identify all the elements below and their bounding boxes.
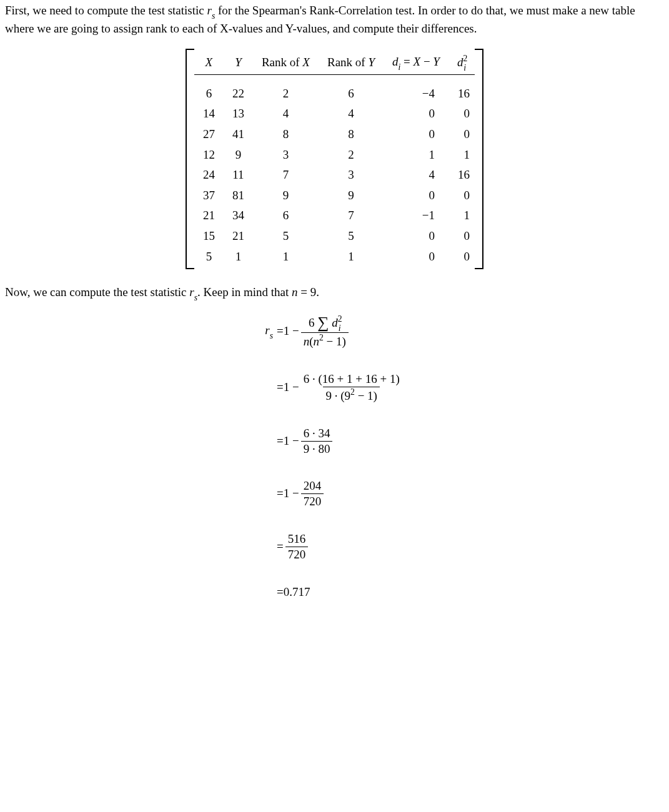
- col-rankY: Rank of Y: [319, 51, 384, 75]
- equation-grid: rs = 1 − 6 ∑ d2i n(n2 − 1) = 1 − 6 · (16…: [265, 314, 404, 601]
- col-Y: Y: [224, 51, 253, 75]
- table-cell: 0: [448, 226, 475, 247]
- table-cell: 14: [194, 104, 224, 124]
- mid-paragraph: Now, we can compute the test statistic r…: [5, 284, 664, 302]
- sigma-icon: ∑: [317, 315, 329, 331]
- table-cell: 21: [194, 205, 224, 226]
- rs-r: r: [207, 4, 211, 17]
- table-cell: 21: [224, 226, 253, 247]
- table-cell: 16: [448, 84, 475, 104]
- table-row: 241173416: [194, 165, 475, 186]
- table-cell: 7: [319, 205, 384, 226]
- eq-line5-rhs: = 516 720: [277, 532, 404, 562]
- table-cell: 0: [384, 124, 448, 145]
- table-row: 62226−416: [194, 84, 475, 104]
- table-cell: 1: [448, 205, 475, 226]
- table-cell: 3: [319, 165, 384, 186]
- mid-rs-s: s: [194, 293, 197, 302]
- eq-frac-4: 204 720: [301, 478, 324, 509]
- table-cell: 9: [253, 186, 319, 206]
- eq-line1-rhs: = 1 − 6 ∑ d2i n(n2 − 1): [277, 314, 404, 349]
- table-cell: 1: [224, 247, 253, 267]
- col-di2: d2i: [448, 51, 475, 75]
- table-cell: 8: [319, 124, 384, 145]
- rank-table: X Y Rank of X Rank of Y di = X − Y d2i 6…: [194, 51, 475, 267]
- table-row: 511100: [194, 247, 475, 267]
- col-X: X: [194, 51, 224, 75]
- eq-frac-2: 6 · (16 + 1 + 16 + 1) 9 · (92 − 1): [301, 372, 402, 404]
- eq-frac-3: 6 · 34 9 · 80: [301, 426, 333, 457]
- eq-line3-rhs: = 1 − 6 · 34 9 · 80: [277, 426, 404, 457]
- table-header-row: X Y Rank of X Rank of Y di = X − Y d2i: [194, 51, 475, 75]
- table-row: 14134400: [194, 104, 475, 124]
- rank-matrix: X Y Rank of X Rank of Y di = X − Y d2i 6…: [186, 49, 483, 270]
- table-cell: 0: [448, 186, 475, 206]
- rank-table-wrap: X Y Rank of X Rank of Y di = X − Y d2i 6…: [5, 49, 664, 270]
- table-cell: 37: [194, 186, 224, 206]
- col-di: di = X − Y: [384, 51, 448, 75]
- table-cell: 41: [224, 124, 253, 145]
- table-cell: 8: [253, 124, 319, 145]
- table-cell: 0: [384, 186, 448, 206]
- eq-line2-rhs: = 1 − 6 · (16 + 1 + 16 + 1) 9 · (92 − 1): [277, 372, 404, 404]
- table-cell: 9: [319, 186, 384, 206]
- eq-line1-lhs: rs: [265, 322, 277, 340]
- table-cell: 0: [448, 247, 475, 267]
- eq-frac-5: 516 720: [285, 532, 309, 562]
- mid-b: . Keep in mind that: [197, 285, 292, 299]
- table-cell: 3: [253, 145, 319, 166]
- eq-line4-rhs: = 1 − 204 720: [277, 478, 404, 509]
- eq-frac-1: 6 ∑ d2i n(n2 − 1): [301, 314, 349, 349]
- table-cell: 0: [384, 226, 448, 247]
- table-cell: 16: [448, 165, 475, 186]
- table-row: 37819900: [194, 186, 475, 206]
- col-rankX: Rank of X: [253, 51, 319, 75]
- table-cell: 6: [194, 84, 224, 104]
- table-cell: 0: [384, 104, 448, 124]
- table-cell: 4: [253, 104, 319, 124]
- table-cell: 15: [194, 226, 224, 247]
- table-cell: 34: [224, 205, 253, 226]
- table-cell: 4: [384, 165, 448, 186]
- table-cell: 2: [319, 145, 384, 166]
- table-cell: 1: [448, 145, 475, 166]
- table-cell: 0: [448, 104, 475, 124]
- table-cell: 1: [384, 145, 448, 166]
- eq-line6-rhs: = 0.717: [277, 584, 404, 601]
- mid-a: Now, we can compute the test statistic: [5, 285, 189, 299]
- table-cell: 11: [224, 165, 253, 186]
- table-cell: 12: [194, 145, 224, 166]
- table-cell: 5: [319, 226, 384, 247]
- table-cell: 0: [384, 247, 448, 267]
- table-cell: −4: [384, 84, 448, 104]
- table-cell: 6: [319, 84, 384, 104]
- table-cell: 81: [224, 186, 253, 206]
- table-cell: 7: [253, 165, 319, 186]
- table-cell: 9: [224, 145, 253, 166]
- table-cell: 5: [194, 247, 224, 267]
- table-cell: 2: [253, 84, 319, 104]
- rs-s: s: [212, 11, 215, 21]
- intro-paragraph: First, we need to compute the test stati…: [5, 2, 664, 37]
- table-cell: −1: [384, 205, 448, 226]
- table-cell: 27: [194, 124, 224, 145]
- table-row: 1293211: [194, 145, 475, 166]
- table-cell: 4: [319, 104, 384, 124]
- table-cell: 24: [194, 165, 224, 186]
- table-cell: 1: [319, 247, 384, 267]
- table-cell: 0: [448, 124, 475, 145]
- equation-block: rs = 1 − 6 ∑ d2i n(n2 − 1) = 1 − 6 · (16…: [5, 314, 664, 601]
- table-cell: 22: [224, 84, 253, 104]
- table-row: 15215500: [194, 226, 475, 247]
- table-row: 27418800: [194, 124, 475, 145]
- table-cell: 6: [253, 205, 319, 226]
- table-cell: 5: [253, 226, 319, 247]
- mid-eq: = 9.: [297, 285, 319, 299]
- table-cell: 1: [253, 247, 319, 267]
- intro-text-a: First, we need to compute the test stati…: [5, 4, 207, 17]
- table-cell: 13: [224, 104, 253, 124]
- mid-rs-r: r: [189, 285, 194, 299]
- table-row: 213467−11: [194, 205, 475, 226]
- eq-result: 0.717: [284, 584, 310, 601]
